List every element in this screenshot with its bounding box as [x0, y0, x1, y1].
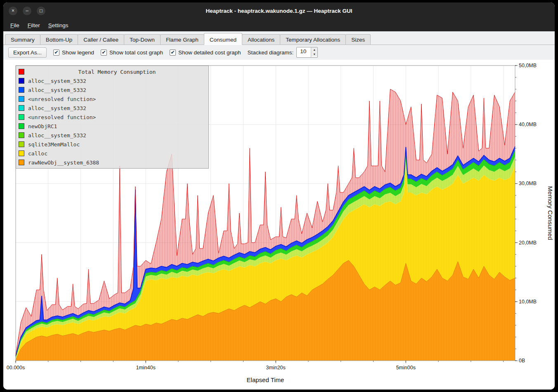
menu-filter[interactable]: Filter [24, 21, 44, 30]
tab-summary[interactable]: Summary [5, 34, 40, 45]
tab-bar: SummaryBottom-UpCaller / CalleeTop-DownF… [3, 31, 555, 45]
tab-flame-graph[interactable]: Flame Graph [160, 34, 204, 45]
tab-allocations[interactable]: Allocations [242, 34, 280, 45]
x-tick-label: 5min00s [396, 365, 416, 371]
legend-label: calloc [28, 150, 47, 157]
spinbox-buttons: ▲ ▼ [311, 47, 317, 57]
legend-swatch [19, 123, 24, 129]
checkbox-label: Show total cost graph [109, 49, 163, 56]
tab-top-down[interactable]: Top-Down [124, 34, 161, 45]
legend-item: calloc [18, 149, 207, 158]
y-axis-title: Memory Consumed [547, 186, 554, 240]
legend-swatch [19, 87, 24, 93]
legend-item: alloc__system_5332 [18, 103, 207, 113]
tab-sizes[interactable]: Sizes [345, 34, 371, 45]
legend-title-row: Total Memory Consumption [18, 67, 207, 76]
legend-swatch [19, 78, 24, 84]
checkbox-label: Show legend [62, 49, 94, 56]
checkbox-icon: ✔ [53, 49, 59, 56]
menu-file[interactable]: File [7, 21, 23, 30]
legend-label: sqlite3MemMalloc [28, 141, 80, 148]
legend-label: <unresolved function> [28, 96, 96, 102]
show-detailed-cost-checkbox[interactable]: ✔ Show detailed cost graph [170, 49, 241, 56]
legend-item: alloc__system_5332 [18, 131, 207, 140]
toolbar: Export As... ✔ Show legend ✔ Show total … [3, 45, 555, 60]
show-total-cost-checkbox[interactable]: ✔ Show total cost graph [101, 49, 163, 56]
legend-label: alloc__system_5332 [28, 87, 86, 93]
legend-label: alloc__system_5332 [28, 132, 86, 138]
show-legend-checkbox[interactable]: ✔ Show legend [53, 49, 94, 56]
stacked-diagrams-spinbox[interactable]: 10 ▲ ▼ [296, 47, 318, 58]
tab-consumed[interactable]: Consumed [204, 33, 242, 45]
tab-temporary-allocations[interactable]: Temporary Allocations [280, 34, 346, 45]
legend-title: Total Memory Consumption [28, 69, 206, 75]
legend-label: rawNewObj__system_6388 [28, 160, 99, 166]
close-button[interactable]: × [9, 7, 17, 15]
legend-swatch [19, 114, 24, 120]
spin-down-icon[interactable]: ▼ [311, 52, 317, 56]
tab-caller-callee[interactable]: Caller / Callee [78, 34, 124, 45]
menu-settings[interactable]: Settings [45, 21, 72, 30]
legend-swatch [19, 160, 24, 165]
x-tick-label: 00.000s [7, 365, 25, 371]
legend-item: <unresolved function> [18, 113, 207, 122]
legend-item: alloc__system_5332 [18, 85, 207, 94]
legend-label: <unresolved function> [28, 114, 96, 120]
legend-item: newObjRC1 [18, 122, 207, 131]
spin-up-icon[interactable]: ▲ [311, 47, 317, 52]
minimize-button[interactable]: – [23, 7, 31, 15]
title-bar: × – □ Heaptrack - heaptrack.wakunode.1.g… [3, 2, 555, 19]
legend-swatch [19, 96, 24, 102]
legend-swatch [19, 105, 24, 111]
stacked-diagrams-label: Stacked diagrams: [248, 49, 294, 56]
app-window: × – □ Heaptrack - heaptrack.wakunode.1.g… [3, 2, 555, 390]
legend-item: <unresolved function> [18, 94, 207, 103]
legend-item: rawNewObj__system_6388 [18, 158, 207, 167]
export-as-button[interactable]: Export As... [8, 47, 47, 58]
legend-item: alloc__system_5332 [18, 76, 207, 85]
checkbox-label: Show detailed cost graph [178, 49, 241, 56]
legend-item: sqlite3MemMalloc [18, 140, 207, 149]
x-axis-title: Elapsed Time [247, 376, 284, 383]
tab-bottom-up[interactable]: Bottom-Up [40, 34, 78, 45]
checkbox-icon: ✔ [170, 49, 176, 56]
legend-swatch [19, 150, 24, 156]
legend-swatch [19, 141, 24, 147]
x-tick-label: 3min20s [266, 365, 286, 371]
window-title: Heaptrack - heaptrack.wakunode.1.gz — He… [3, 8, 555, 14]
menu-bar: FileFilterSettings [3, 19, 555, 31]
legend-label: newObjRC1 [28, 123, 57, 129]
stacked-diagrams-group: Stacked diagrams: 10 ▲ ▼ [248, 47, 318, 58]
y-tick-label: 0B [519, 358, 525, 364]
y-tick-label: 50,0MB [519, 63, 537, 68]
checkbox-icon: ✔ [101, 49, 107, 56]
legend-label: alloc__system_5332 [28, 105, 86, 111]
y-tick-label: 30,0MB [519, 181, 537, 186]
legend-label: alloc__system_5332 [28, 78, 86, 84]
y-tick-label: 20,0MB [519, 240, 537, 246]
legend-total-swatch [19, 69, 24, 75]
chart-legend: Total Memory Consumptionalloc__system_53… [16, 66, 209, 169]
y-tick-label: 40,0MB [519, 122, 537, 127]
spinbox-value[interactable]: 10 [297, 47, 311, 57]
maximize-button[interactable]: □ [37, 7, 45, 15]
x-tick-label: 1min40s [136, 365, 155, 371]
y-tick-label: 10,0MB [519, 299, 537, 305]
legend-swatch [19, 132, 24, 138]
memory-consumption-chart[interactable]: 00.000s1min40s3min20s5min00s0B10,0MB20,0… [3, 60, 555, 390]
